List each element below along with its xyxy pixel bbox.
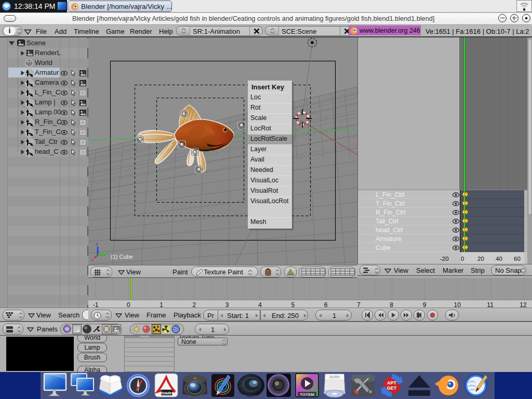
svg-text:TOTEM: TOTEM bbox=[300, 392, 314, 397]
svg-text:APT: APT bbox=[387, 380, 397, 385]
svg-text:BURN: BURN bbox=[330, 375, 340, 379]
svg-text:Reader: Reader bbox=[160, 391, 174, 395]
svg-text:GET: GET bbox=[387, 385, 397, 391]
svg-text:z: z bbox=[96, 242, 98, 247]
svg-text:y: y bbox=[106, 249, 109, 255]
svg-text:(1) Cube: (1) Cube bbox=[111, 254, 133, 260]
svg-text:x: x bbox=[91, 257, 94, 262]
svg-text:30: 30 bbox=[193, 377, 197, 380]
